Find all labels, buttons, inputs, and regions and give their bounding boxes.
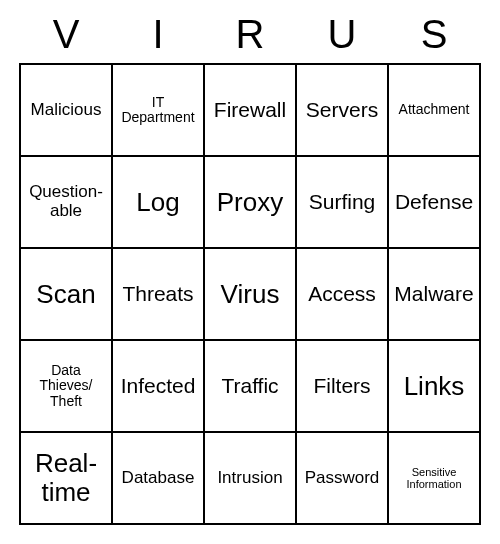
bingo-header: V I R U S — [20, 12, 480, 57]
bingo-cell[interactable]: Attachment — [389, 65, 481, 157]
bingo-cell[interactable]: Intrusion — [205, 433, 297, 525]
bingo-cell[interactable]: Malware — [389, 249, 481, 341]
header-letter: R — [204, 12, 296, 57]
bingo-cell[interactable]: Proxy — [205, 157, 297, 249]
bingo-cell[interactable]: Filters — [297, 341, 389, 433]
bingo-grid: Malicious IT Department Firewall Servers… — [19, 63, 481, 525]
bingo-cell[interactable]: IT Department — [113, 65, 205, 157]
bingo-cell[interactable]: Infected — [113, 341, 205, 433]
bingo-cell[interactable]: Defense — [389, 157, 481, 249]
bingo-cell[interactable]: Data Thieves/ Theft — [21, 341, 113, 433]
bingo-cell[interactable]: Links — [389, 341, 481, 433]
bingo-cell[interactable]: Log — [113, 157, 205, 249]
bingo-cell[interactable]: Question-able — [21, 157, 113, 249]
bingo-cell[interactable]: Database — [113, 433, 205, 525]
bingo-cell[interactable]: Real-time — [21, 433, 113, 525]
bingo-cell[interactable]: Access — [297, 249, 389, 341]
bingo-cell[interactable]: Threats — [113, 249, 205, 341]
bingo-cell[interactable]: Firewall — [205, 65, 297, 157]
bingo-cell[interactable]: Password — [297, 433, 389, 525]
header-letter: I — [112, 12, 204, 57]
header-letter: U — [296, 12, 388, 57]
bingo-cell[interactable]: Scan — [21, 249, 113, 341]
bingo-cell[interactable]: Servers — [297, 65, 389, 157]
bingo-cell[interactable]: Traffic — [205, 341, 297, 433]
header-letter: S — [388, 12, 480, 57]
bingo-cell[interactable]: Malicious — [21, 65, 113, 157]
bingo-cell[interactable]: Surfing — [297, 157, 389, 249]
header-letter: V — [20, 12, 112, 57]
bingo-cell[interactable]: Virus — [205, 249, 297, 341]
bingo-cell[interactable]: Sensitive Information — [389, 433, 481, 525]
